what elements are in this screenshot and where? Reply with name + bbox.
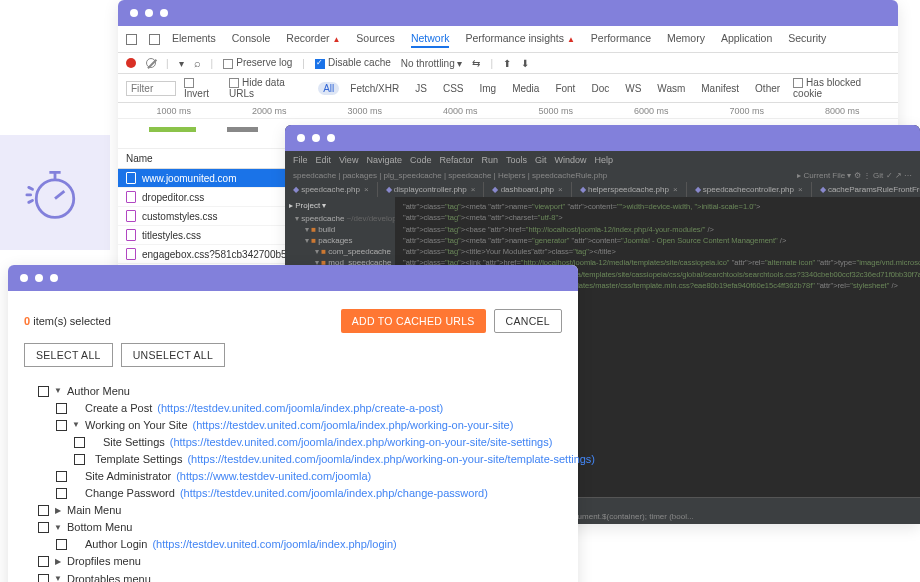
tree-checkbox[interactable] [56, 539, 67, 550]
menu-navigate[interactable]: Navigate [366, 155, 402, 165]
menu-view[interactable]: View [339, 155, 358, 165]
devtools-tab-recorder[interactable]: Recorder ▲ [286, 30, 340, 48]
tree-checkbox[interactable] [56, 488, 67, 499]
editor-tab[interactable]: ◆ dashboard.php× [484, 182, 571, 197]
record-icon[interactable] [126, 58, 136, 68]
filter-type-manifest[interactable]: Manifest [696, 82, 744, 95]
filter-type-doc[interactable]: Doc [586, 82, 614, 95]
filter-type-other[interactable]: Other [750, 82, 785, 95]
tree-checkbox[interactable] [38, 574, 49, 582]
code-line: "attr">class="tag"><title>Your Modules"a… [403, 246, 912, 257]
tree-url: (https://www.testdev-united.com/joomla) [176, 468, 371, 485]
menu-tools[interactable]: Tools [506, 155, 527, 165]
tree-checkbox[interactable] [38, 522, 49, 533]
editor-tab[interactable]: ◆ speedcachecontroller.php× [687, 182, 812, 197]
devtools-tab-performance[interactable]: Performance [591, 30, 651, 48]
tree-label: Working on Your Site [85, 417, 188, 434]
menu-file[interactable]: File [293, 155, 308, 165]
upload-icon[interactable]: ⬆ [503, 58, 511, 69]
tree-checkbox[interactable] [38, 505, 49, 516]
menu-edit[interactable]: Edit [316, 155, 332, 165]
caret-down-icon[interactable]: ▼ [54, 385, 62, 397]
tree-label: Main Menu [67, 502, 121, 519]
file-icon [126, 248, 136, 260]
tree-checkbox[interactable] [56, 403, 67, 414]
caret-down-icon[interactable]: ▼ [72, 419, 80, 431]
select-all-button[interactable]: SELECT ALL [24, 343, 113, 367]
menu-help[interactable]: Help [595, 155, 614, 165]
editor-tab[interactable]: ◆ displaycontroller.php× [378, 182, 485, 197]
tree-checkbox[interactable] [56, 420, 67, 431]
inspect-icon[interactable] [126, 34, 137, 45]
devtools-tab-security[interactable]: Security [788, 30, 826, 48]
tree-label: Bottom Menu [67, 519, 132, 536]
url-tree: ▼Author MenuCreate a Post (https://testd… [8, 377, 578, 582]
menu-refactor[interactable]: Refactor [439, 155, 473, 165]
tree-url: (https://testdev.united.com/joomla/index… [193, 417, 514, 434]
preserve-log-checkbox[interactable]: Preserve log [223, 57, 292, 68]
tree-row: ▼Author Menu [38, 383, 568, 400]
caret-down-icon[interactable]: ▼ [54, 573, 62, 582]
tree-folder[interactable]: ■ packages [305, 235, 391, 246]
filter-type-css[interactable]: CSS [438, 82, 469, 95]
clear-icon[interactable] [146, 58, 156, 68]
tree-checkbox[interactable] [74, 454, 85, 465]
editor-tab[interactable]: ◆ speedcache.php× [285, 182, 378, 197]
menu-git[interactable]: Git [535, 155, 547, 165]
caret-right-icon[interactable]: ▶ [54, 556, 62, 568]
titlebar [118, 0, 898, 26]
filter-type-font[interactable]: Font [550, 82, 580, 95]
device-icon[interactable] [149, 34, 160, 45]
unselect-all-button[interactable]: UNSELECT ALL [121, 343, 225, 367]
cancel-button[interactable]: CANCEL [494, 309, 562, 333]
filter-toggle-icon[interactable]: ▾ [179, 58, 184, 69]
tree-checkbox[interactable] [38, 386, 49, 397]
menu-run[interactable]: Run [481, 155, 498, 165]
wifi-icon[interactable]: ⇆ [472, 58, 480, 69]
hide-dataurl-checkbox[interactable]: Hide data URLs [229, 77, 310, 99]
menu-window[interactable]: Window [555, 155, 587, 165]
filter-input[interactable] [126, 81, 176, 96]
tree-checkbox[interactable] [56, 471, 67, 482]
stopwatch-decor [0, 135, 110, 250]
tree-folder[interactable]: ■ com_speedcache [305, 246, 391, 257]
tree-checkbox[interactable] [74, 437, 85, 448]
tree-folder[interactable]: ■ build [305, 224, 391, 235]
devtools-tab-network[interactable]: Network [411, 30, 450, 48]
filter-type-all[interactable]: All [318, 82, 339, 95]
invert-checkbox[interactable]: Invert [184, 77, 221, 99]
devtools-tab-application[interactable]: Application [721, 30, 772, 48]
file-icon [126, 191, 136, 203]
filter-type-img[interactable]: Img [474, 82, 501, 95]
filter-type-media[interactable]: Media [507, 82, 544, 95]
editor-tab[interactable]: ◆ cacheParamsRuleFrontFree.php× [812, 182, 920, 197]
devtools-tab-elements[interactable]: Elements [172, 30, 216, 48]
add-to-cached-urls-button[interactable]: ADD TO CACHED URLS [341, 309, 486, 333]
tree-row: ▶Main Menu [38, 502, 568, 519]
search-icon[interactable]: ⌕ [194, 57, 201, 69]
throttling-select[interactable]: No throttling ▾ [401, 58, 463, 69]
timeline-header: 1000 ms2000 ms3000 ms4000 ms5000 ms6000 … [118, 103, 898, 119]
filter-type-js[interactable]: JS [410, 82, 432, 95]
devtools-tab-performance-insights[interactable]: Performance insights ▲ [465, 30, 574, 48]
caret-right-icon[interactable]: ▶ [54, 505, 62, 517]
tree-url: (https://testdev.united.com/joomla/index… [187, 451, 595, 468]
devtools-tab-console[interactable]: Console [232, 30, 271, 48]
menu-code[interactable]: Code [410, 155, 432, 165]
code-line: "attr">class="tag"><meta "attr">name="ge… [403, 235, 912, 246]
ide-run-config[interactable]: ▸ Current File ▾ ⚙ ⋮ Git ✓ ↗ ⋯ [797, 171, 912, 180]
disable-cache-checkbox[interactable]: Disable cache [315, 57, 391, 68]
tree-checkbox[interactable] [38, 556, 49, 567]
devtools-tab-sources[interactable]: Sources [356, 30, 395, 48]
devtools-tab-memory[interactable]: Memory [667, 30, 705, 48]
filter-type-fetch-xhr[interactable]: Fetch/XHR [345, 82, 404, 95]
download-icon[interactable]: ⬇ [521, 58, 529, 69]
editor-tab[interactable]: ◆ helperspeedcache.php× [572, 182, 687, 197]
caret-down-icon[interactable]: ▼ [54, 522, 62, 534]
blocked-cookies-checkbox[interactable]: Has blocked cookie [793, 77, 890, 99]
ide-breadcrumb: speedcache | packages | plg_speedcache |… [293, 171, 607, 180]
filter-type-ws[interactable]: WS [620, 82, 646, 95]
admin-panel: 0 item(s) selected ADD TO CACHED URLS CA… [8, 265, 578, 582]
tree-root[interactable]: speedcache ~/dev/development/joomla [295, 213, 391, 224]
filter-type-wasm[interactable]: Wasm [652, 82, 690, 95]
